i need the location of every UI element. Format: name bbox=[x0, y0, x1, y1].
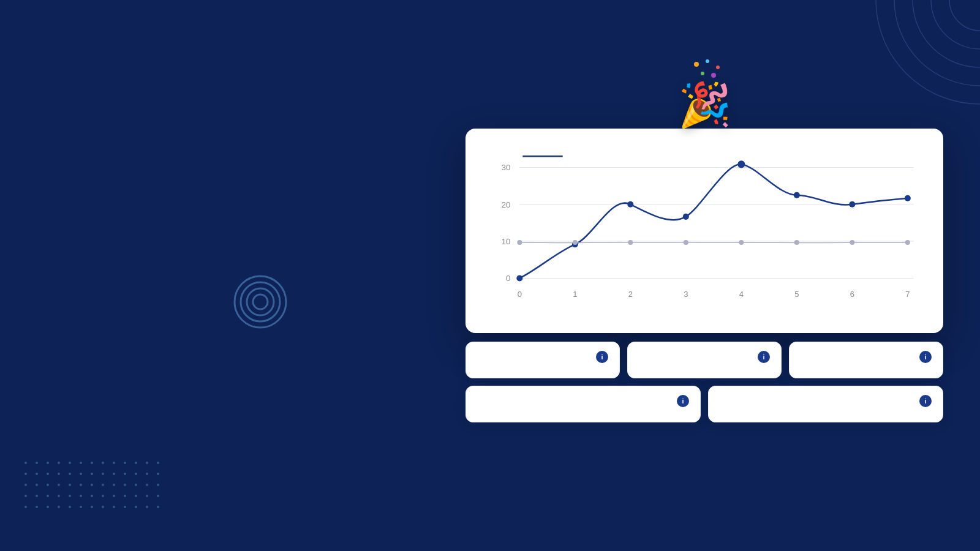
info-icon-total-store[interactable]: i bbox=[919, 351, 932, 363]
svg-point-1 bbox=[931, 0, 980, 49]
svg-point-40 bbox=[573, 240, 578, 245]
svg-point-43 bbox=[739, 240, 744, 245]
svg-text:1: 1 bbox=[573, 290, 577, 299]
svg-point-11 bbox=[716, 66, 720, 69]
svg-text:0: 0 bbox=[518, 290, 522, 299]
svg-point-5 bbox=[253, 294, 268, 309]
dot-grid-decoration: const grid = document.querySelector('.do… bbox=[24, 462, 165, 514]
svg-point-35 bbox=[737, 160, 745, 168]
emoji-decoration: 🎉 bbox=[678, 80, 731, 130]
metrics-row-2: i i bbox=[466, 386, 943, 422]
svg-point-37 bbox=[849, 201, 855, 208]
target-icon-wrap bbox=[233, 274, 288, 332]
svg-text:4: 4 bbox=[739, 290, 744, 299]
chart-area: 30 20 10 0 0 1 2 3 4 5 6 7 bbox=[483, 143, 926, 321]
info-icon-icart-conversion[interactable]: i bbox=[919, 395, 932, 407]
svg-point-46 bbox=[905, 240, 910, 245]
svg-point-2 bbox=[913, 0, 980, 67]
info-icon-roi[interactable]: i bbox=[596, 351, 608, 363]
metric-header-icart-conversion: i bbox=[720, 395, 932, 407]
svg-point-44 bbox=[794, 240, 799, 245]
target-icon bbox=[233, 274, 288, 329]
svg-text:30: 30 bbox=[502, 163, 511, 172]
metric-header-icart-impressions: i bbox=[477, 395, 689, 407]
svg-point-39 bbox=[517, 240, 522, 245]
svg-point-6 bbox=[247, 288, 274, 315]
svg-text:10: 10 bbox=[502, 237, 511, 246]
svg-point-45 bbox=[850, 240, 854, 245]
metric-card-roi: i bbox=[466, 342, 620, 378]
svg-point-0 bbox=[949, 0, 980, 31]
dashboard-container: 🎉 30 20 10 0 0 bbox=[466, 129, 943, 422]
metric-header-roi: i bbox=[477, 351, 608, 363]
chart-card: 30 20 10 0 0 1 2 3 4 5 6 7 bbox=[466, 129, 943, 333]
svg-point-42 bbox=[684, 240, 688, 245]
metric-card-total-store-orders: i bbox=[789, 342, 943, 378]
metric-header-app-orders: i bbox=[639, 351, 770, 363]
metric-header-total-store: i bbox=[801, 351, 932, 363]
svg-point-3 bbox=[894, 0, 980, 86]
info-icon-app-orders[interactable]: i bbox=[758, 351, 770, 363]
svg-point-4 bbox=[876, 0, 980, 104]
svg-text:0: 0 bbox=[506, 274, 510, 283]
svg-point-12 bbox=[701, 72, 704, 75]
svg-text:20: 20 bbox=[502, 200, 511, 209]
info-icon-icart-impressions[interactable]: i bbox=[677, 395, 689, 407]
metrics-row-1: i i i bbox=[466, 342, 943, 378]
svg-point-8 bbox=[235, 276, 286, 328]
line-chart: 30 20 10 0 0 1 2 3 4 5 6 7 bbox=[483, 143, 926, 321]
svg-point-34 bbox=[683, 214, 689, 220]
svg-text:2: 2 bbox=[628, 290, 633, 299]
svg-point-38 bbox=[905, 195, 911, 201]
confetti-decoration bbox=[690, 58, 727, 83]
svg-point-10 bbox=[706, 59, 709, 63]
svg-point-41 bbox=[628, 240, 633, 245]
svg-point-31 bbox=[516, 275, 522, 281]
metric-card-app-orders-aov: i bbox=[627, 342, 782, 378]
metric-card-icart-impressions: i bbox=[466, 386, 701, 422]
svg-point-13 bbox=[711, 73, 716, 78]
svg-text:5: 5 bbox=[794, 290, 799, 299]
svg-point-36 bbox=[794, 192, 800, 198]
svg-point-9 bbox=[694, 62, 699, 67]
svg-text:7: 7 bbox=[905, 290, 910, 299]
svg-point-33 bbox=[627, 201, 633, 208]
metric-card-icart-conversion: i bbox=[708, 386, 943, 422]
svg-text:3: 3 bbox=[684, 290, 688, 299]
svg-text:6: 6 bbox=[850, 290, 854, 299]
